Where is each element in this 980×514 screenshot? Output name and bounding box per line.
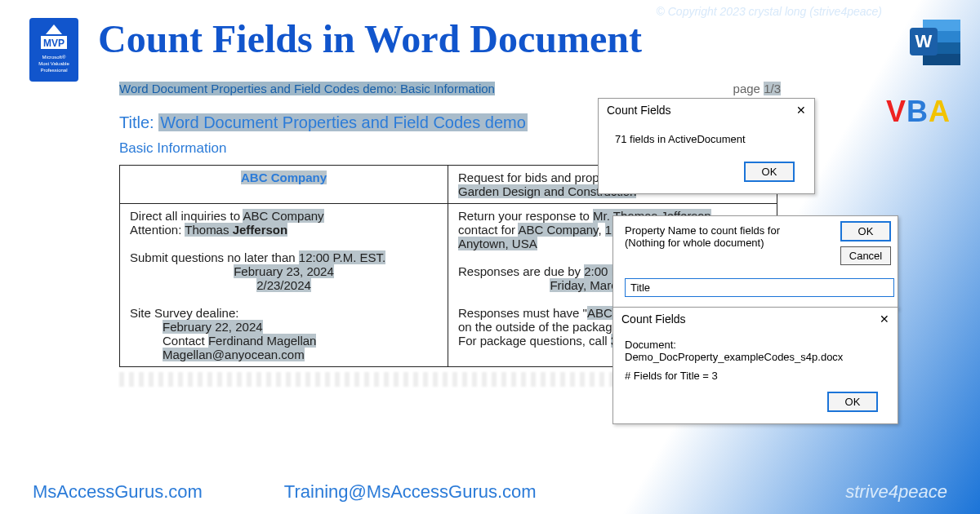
submit-date1: February 23, 2024	[234, 264, 334, 278]
property-name-input[interactable]	[625, 278, 894, 297]
msgbox-count-for-title: Count Fields ✕ Document: Demo_DocPropert…	[612, 307, 898, 424]
company-name: ABC Company	[241, 171, 327, 184]
ok-button[interactable]: OK	[827, 392, 878, 412]
submit-date2: 2/23/2024	[256, 278, 311, 292]
return-pre: Return your response to	[458, 209, 593, 223]
inq-pre: Direct all inquiries to	[130, 209, 243, 223]
tagline: strive4peace	[845, 481, 947, 503]
svg-text:Microsoft®: Microsoft®	[42, 55, 66, 60]
contact-email: Magellan@anyocean.com	[163, 348, 305, 361]
svg-text:W: W	[915, 31, 933, 51]
main-title: Count Fields in Word Document	[98, 16, 642, 61]
page-label: page	[733, 82, 760, 95]
doc-page-header: Word Document Properties and Field Codes…	[111, 78, 789, 99]
inputbox-property-name: Property Name to count fields for (Nothi…	[612, 215, 898, 309]
attn-last: Jefferson	[233, 223, 288, 237]
close-icon[interactable]: ✕	[796, 104, 806, 117]
msgbox-doc-line: Document: Demo_DocProperty_exampleCodes_…	[625, 339, 886, 363]
cancel-button[interactable]: Cancel	[840, 246, 891, 265]
submit-time: 12:00 P.M. EST.	[299, 250, 385, 264]
msgbox-count-fields: Count Fields ✕ 71 fields in ActiveDocume…	[598, 98, 815, 194]
vba-b: B	[906, 95, 929, 128]
contact-pre: Contact	[163, 334, 208, 348]
svg-text:Professional: Professional	[40, 68, 67, 73]
msgbox-title: Count Fields	[607, 104, 671, 117]
contactfor-city: Anytown, USA	[458, 237, 537, 250]
page-number: 1/3	[764, 82, 781, 95]
due-pre: Responses are due by	[458, 264, 584, 278]
svg-text:MVP: MVP	[43, 38, 65, 49]
title-label: Title:	[119, 113, 154, 131]
msgbox-body: 71 fields in ActiveDocument	[610, 130, 803, 152]
msgbox-title: Count Fields	[621, 312, 686, 326]
msgbox-count-line: # Fields for Title = 3	[625, 370, 886, 382]
email-link[interactable]: Training@MsAccessGurus.com	[284, 481, 537, 503]
vba-v: V	[886, 95, 906, 128]
svg-rect-10	[923, 54, 960, 65]
contact-name: Ferdinand Magellan	[208, 334, 317, 348]
mvp-badge-icon: MVP Microsoft® Most Valuable Professiona…	[29, 18, 78, 82]
submit-pre: Submit questions no later than	[130, 250, 299, 264]
contactfor-co: ABC Company	[518, 223, 598, 237]
attn-pre: Attention:	[130, 223, 185, 237]
pkg-pre: For package questions, call	[458, 334, 611, 348]
close-icon[interactable]: ✕	[880, 312, 889, 326]
word-app-icon: W	[906, 15, 964, 72]
doc-header-left: Word Document Properties and Field Codes…	[119, 82, 495, 95]
contactfor-pre: contact for	[458, 223, 518, 237]
vba-a: A	[929, 95, 951, 128]
ok-button[interactable]: OK	[840, 221, 891, 241]
inq-co: ABC Company	[243, 209, 323, 223]
copyright-text: © Copyright 2023 crystal long (strive4pe…	[657, 5, 882, 18]
vba-label: VBA	[886, 95, 951, 129]
attn-first: Thomas	[185, 223, 232, 237]
site-link[interactable]: MsAccessGurus.com	[33, 481, 203, 503]
ok-button[interactable]: OK	[744, 162, 795, 182]
footer: MsAccessGurus.com Training@MsAccessGurus…	[0, 481, 980, 503]
survey-label: Site Survey dealine:	[130, 306, 238, 320]
survey-date: February 22, 2024	[163, 320, 263, 334]
svg-text:Most Valuable: Most Valuable	[38, 61, 69, 66]
must-pre: Responses must have "	[458, 306, 587, 320]
must-line2: on the outside of the package	[458, 320, 619, 334]
title-value: Word Document Properties and Field Codes…	[158, 113, 528, 131]
